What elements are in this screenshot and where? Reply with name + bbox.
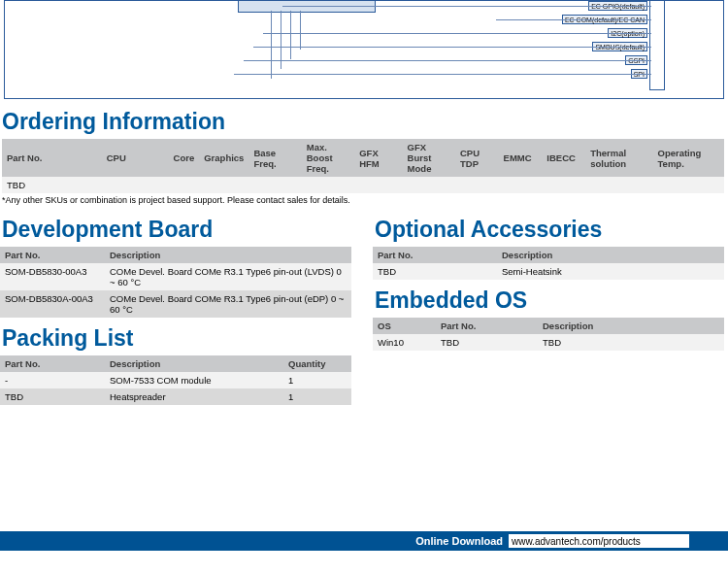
th: GFX HFM (354, 139, 402, 177)
diagram-wire (234, 74, 651, 75)
td: COMe Devel. Board COMe R3.1 Type6 pin-ou… (105, 263, 351, 290)
td (403, 177, 455, 193)
td: Semi-Heatsink (497, 263, 724, 280)
diagram-wire (244, 60, 651, 61)
accessories-table: Part No. Description TBD Semi-Heatsink (373, 247, 724, 280)
table-row: - SOM-7533 COM module 1 (0, 372, 351, 388)
td (585, 177, 652, 193)
th: OS (373, 318, 436, 334)
th: Thermal solution (585, 139, 652, 177)
td: Heatspreader (105, 388, 283, 405)
footer-label: Online Download (415, 535, 503, 547)
th: Part No. (436, 318, 538, 334)
th: Core (169, 139, 200, 177)
diagram-wire (271, 11, 272, 79)
table-row: TBD Semi-Heatsink (373, 263, 724, 280)
td: COMe Devel. Board COMe R3.1 Type6 pin-ou… (105, 290, 351, 318)
td: SOM-DB5830A-00A3 (0, 290, 105, 318)
th: CPU (102, 139, 169, 177)
td (653, 177, 725, 193)
accessories-heading: Optional Accessories (375, 217, 724, 243)
ordering-table: Part No. CPU Core Graphics Base Freq. Ma… (2, 139, 724, 193)
table-header-row: OS Part No. Description (373, 318, 724, 334)
table-header-row: Part No. Description Quantity (0, 355, 351, 372)
diagram-wire (253, 47, 651, 48)
diagram-wire (282, 6, 651, 7)
th: Description (538, 318, 724, 334)
th: IBECC (542, 139, 585, 177)
th: Description (497, 247, 724, 263)
th: GFX Burst Mode (403, 139, 455, 177)
td (302, 177, 354, 193)
diagram-wire (300, 11, 301, 50)
td (199, 177, 248, 193)
td (169, 177, 200, 193)
block-diagram: GSPI EC GPIO(default) EC COM(default)/EC… (4, 0, 724, 99)
th: Part No. (0, 247, 105, 263)
diagram-connector (649, 0, 665, 90)
table-row: SOM-DB5830A-00A3 COMe Devel. Board COMe … (0, 290, 351, 318)
td: 1 (283, 372, 351, 388)
td: TBD (373, 263, 497, 280)
th: Max. Boost Freq. (302, 139, 354, 177)
th: Graphics (199, 139, 248, 177)
td (248, 177, 301, 193)
table-row: TBD (2, 177, 724, 193)
table-header-row: Part No. Description (0, 247, 351, 263)
table-header-row: Part No. Description (373, 247, 724, 263)
td: SOM-DB5830-00A3 (0, 263, 105, 290)
td (102, 177, 169, 193)
eos-table: OS Part No. Description Win10 TBD TBD (373, 318, 724, 351)
th: Operating Temp. (653, 139, 725, 177)
td (455, 177, 499, 193)
eos-heading: Embedded OS (375, 287, 724, 314)
packing-table: Part No. Description Quantity - SOM-7533… (0, 355, 351, 405)
ordering-heading: Ordering Information (2, 109, 728, 135)
td: TBD (436, 334, 538, 351)
td: TBD (2, 177, 102, 193)
th: Quantity (283, 355, 351, 372)
th: CPU TDP (455, 139, 499, 177)
th: Part No. (373, 247, 497, 263)
th: Part No. (0, 355, 105, 372)
packing-heading: Packing List (2, 325, 351, 352)
footer-url-input[interactable] (509, 534, 689, 548)
th: Base Freq. (248, 139, 301, 177)
ordering-footnote: *Any other SKUs or combination is projec… (2, 195, 728, 205)
devboard-heading: Development Board (2, 217, 351, 243)
th: Part No. (2, 139, 102, 177)
td: TBD (538, 334, 724, 351)
td: 1 (283, 388, 351, 405)
td: Win10 (373, 334, 436, 351)
td (499, 177, 543, 193)
diagram-wire (263, 33, 651, 34)
devboard-table: Part No. Description SOM-DB5830-00A3 COM… (0, 247, 351, 318)
table-row: TBD Heatspreader 1 (0, 388, 351, 405)
td (542, 177, 585, 193)
table-row: SOM-DB5830-00A3 COMe Devel. Board COMe R… (0, 263, 351, 290)
td (354, 177, 402, 193)
th: Description (105, 355, 283, 372)
table-header-row: Part No. CPU Core Graphics Base Freq. Ma… (2, 139, 724, 177)
diagram-wire (281, 11, 281, 69)
td: SOM-7533 COM module (105, 372, 283, 388)
th: Description (105, 247, 351, 263)
td: - (0, 372, 105, 388)
table-row: Win10 TBD TBD (373, 334, 724, 351)
footer-bar: Online Download (0, 531, 728, 551)
diagram-wire (290, 11, 291, 59)
td: TBD (0, 388, 105, 405)
diagram-wire (496, 19, 651, 20)
th: EMMC (499, 139, 543, 177)
